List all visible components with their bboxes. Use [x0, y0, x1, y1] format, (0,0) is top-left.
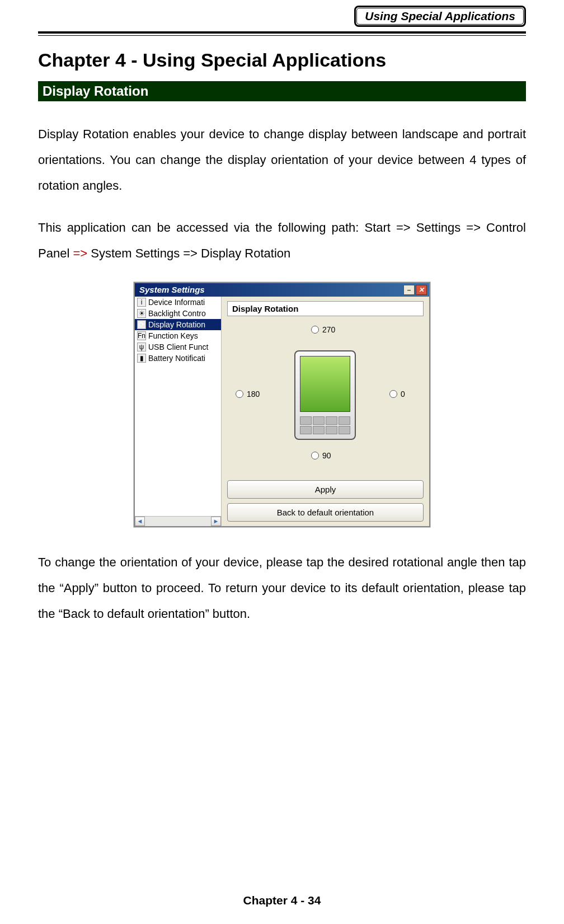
sidebar-item-label: Device Informati: [148, 298, 205, 307]
pane-title: Display Rotation: [227, 301, 424, 316]
radio-dot-icon: [311, 452, 319, 459]
header-rule: [38, 31, 526, 36]
window-title: System Settings: [139, 285, 205, 294]
sidebar-item-device-info[interactable]: i Device Informati: [135, 297, 221, 308]
close-button[interactable]: ✕: [416, 285, 427, 295]
rotation-area: 270 0 90 180: [227, 320, 424, 478]
header-badge: Using Special Applications: [354, 6, 526, 27]
device-illustration: [294, 350, 356, 440]
minimize-button[interactable]: –: [403, 285, 415, 295]
backlight-icon: ☀: [137, 309, 146, 318]
function-keys-icon: Fn: [137, 331, 146, 340]
scroll-track[interactable]: [145, 517, 211, 526]
section-title-bar: Display Rotation: [38, 81, 526, 101]
paragraph-2: This application can be accessed via the…: [38, 215, 526, 266]
sidebar-item-function-keys[interactable]: Fn Function Keys: [135, 330, 221, 341]
chapter-title: Chapter 4 - Using Special Applications: [38, 49, 526, 71]
sidebar-item-label: Battery Notificati: [148, 354, 205, 363]
paragraph-2c: System Settings => Display Rotation: [87, 246, 290, 260]
radio-90[interactable]: 90: [311, 451, 331, 460]
paragraph-1: Display Rotation enables your device to …: [38, 121, 526, 199]
scroll-left-button[interactable]: ◄: [135, 517, 145, 526]
sidebar-list: i Device Informati ☀ Backlight Contro ⟳ …: [135, 297, 221, 516]
radio-label: 180: [247, 390, 260, 398]
sidebar-scrollbar[interactable]: ◄ ►: [135, 516, 221, 526]
radio-label: 90: [322, 451, 331, 460]
system-settings-window: System Settings – ✕ i Device Informati ☀: [134, 282, 430, 527]
radio-dot-icon: [389, 390, 397, 398]
radio-180[interactable]: 180: [236, 390, 260, 398]
sidebar-item-label: Function Keys: [148, 331, 198, 340]
radio-dot-icon: [311, 326, 319, 334]
paragraph-2-arrow-red: =>: [73, 246, 87, 260]
sidebar: i Device Informati ☀ Backlight Contro ⟳ …: [135, 297, 222, 526]
scroll-right-button[interactable]: ►: [211, 517, 221, 526]
sidebar-item-display-rotation[interactable]: ⟳ Display Rotation: [135, 319, 221, 330]
sidebar-item-label: Backlight Contro: [148, 309, 206, 318]
battery-icon: ▮: [137, 354, 146, 363]
radio-label: 270: [322, 325, 335, 334]
paragraph-3: To change the orientation of your device…: [38, 550, 526, 627]
sidebar-item-battery[interactable]: ▮ Battery Notificati: [135, 353, 221, 364]
back-to-default-button[interactable]: Back to default orientation: [227, 503, 424, 522]
sidebar-item-label: Display Rotation: [148, 320, 205, 329]
device-screen-icon: [300, 356, 350, 412]
sidebar-item-label: USB Client Funct: [148, 343, 208, 351]
device-keypad-icon: [300, 416, 350, 434]
page-footer: Chapter 4 - 34: [0, 894, 564, 907]
radio-0[interactable]: 0: [389, 390, 405, 398]
usb-icon: ψ: [137, 343, 146, 351]
info-icon: i: [137, 298, 146, 307]
sidebar-item-backlight[interactable]: ☀ Backlight Contro: [135, 308, 221, 319]
window-titlebar: System Settings – ✕: [135, 283, 429, 297]
radio-dot-icon: [236, 390, 243, 398]
apply-button[interactable]: Apply: [227, 480, 424, 499]
radio-270[interactable]: 270: [311, 325, 335, 334]
radio-label: 0: [401, 390, 405, 398]
sidebar-item-usb-client[interactable]: ψ USB Client Funct: [135, 341, 221, 353]
rotation-icon: ⟳: [137, 320, 146, 329]
header-badge-text: Using Special Applications: [356, 8, 524, 25]
content-pane: Display Rotation 270 0 90: [222, 297, 429, 526]
